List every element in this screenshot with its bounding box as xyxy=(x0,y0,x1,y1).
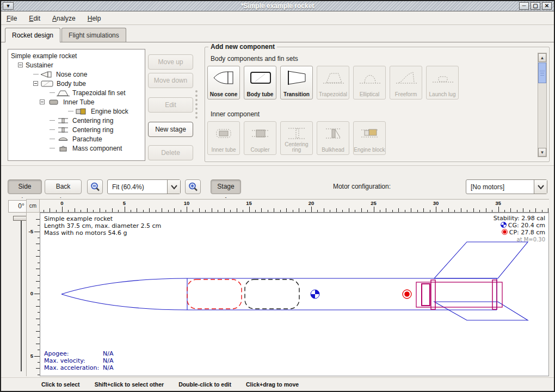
add-coupler-button[interactable]: Coupler xyxy=(244,121,276,155)
inner-tube-shape[interactable] xyxy=(416,282,502,307)
tree-row-body-tube[interactable]: Body tube xyxy=(8,79,145,88)
ruler-tick xyxy=(81,210,81,212)
menu-edit[interactable]: Edit xyxy=(29,15,40,22)
panel-divider[interactable] xyxy=(1,165,554,175)
nose-cone-icon xyxy=(40,71,53,78)
rocket-canvas[interactable]: Simple example rocket Length 37.5 cm, ma… xyxy=(40,213,549,376)
add-inner-tube-button[interactable]: Inner tube xyxy=(207,121,240,155)
ruler-tick xyxy=(355,210,355,212)
zoom-out-button[interactable] xyxy=(87,179,103,194)
side-view-button[interactable]: Side view xyxy=(8,179,42,194)
zoom-level-combobox[interactable]: Fit (60.4%) xyxy=(107,179,181,194)
ruler-tick xyxy=(523,208,523,212)
ruler-tick xyxy=(535,208,536,212)
add-body-tube-button[interactable]: Body tube xyxy=(244,66,276,99)
ruler-tick xyxy=(174,208,175,212)
add-nose-cone-button[interactable]: Nose cone xyxy=(207,66,240,99)
chevron-down-icon[interactable] xyxy=(167,180,180,194)
back-view-button[interactable]: Back view xyxy=(45,179,82,194)
ruler-tick xyxy=(305,210,306,212)
close-button[interactable]: ✕ xyxy=(542,2,552,10)
motor-configuration-label: Motor configuration: xyxy=(333,183,391,190)
title-bar[interactable]: ▼ *Simple example rocket ─ ▢ ✕ xyxy=(1,1,554,11)
motor-configuration-combobox[interactable]: [No motors] xyxy=(466,179,547,194)
tree-row-fin-set[interactable]: Trapezoidal fin set xyxy=(8,88,145,97)
ruler-tick xyxy=(118,210,119,212)
stage-1-toggle[interactable]: Stage 1 xyxy=(211,179,241,194)
edit-button[interactable]: Edit xyxy=(148,97,193,113)
ruler-tick xyxy=(106,210,106,212)
view-toolbar: Side view Back view Fit (60.4%) Stage 1 … xyxy=(1,175,554,198)
minimize-button[interactable]: ─ xyxy=(519,2,529,10)
ruler-label: -5 xyxy=(29,228,33,234)
new-stage-button[interactable]: New stage xyxy=(148,122,193,137)
collapse-expander-icon[interactable] xyxy=(33,81,38,86)
menu-file[interactable]: File xyxy=(7,15,17,22)
ruler-tick xyxy=(417,210,418,212)
tree-row-inner-tube[interactable]: Inner Tube xyxy=(8,97,145,107)
move-down-button[interactable]: Move down xyxy=(148,73,193,88)
scroll-down-icon[interactable]: ▼ xyxy=(538,148,546,157)
tree-row-engine-block[interactable]: Engine block xyxy=(8,107,145,116)
fin-upper[interactable] xyxy=(434,242,528,278)
tree-row-centering-ring-1[interactable]: Centering ring xyxy=(8,116,145,125)
ruler-tick xyxy=(100,208,100,212)
ruler-tick xyxy=(330,210,330,212)
menu-analyze[interactable]: Analyze xyxy=(52,15,76,22)
nose-cone-outline[interactable] xyxy=(61,278,187,310)
vertical-split-handle[interactable] xyxy=(195,90,198,119)
add-engine-block-button[interactable]: Engine block xyxy=(353,121,386,155)
ruler-tick xyxy=(336,208,337,212)
ruler-tick xyxy=(255,210,256,212)
centering-ring-2[interactable] xyxy=(492,280,497,309)
ruler-tick xyxy=(143,210,144,212)
add-transition-button[interactable]: Transition xyxy=(280,66,313,99)
ruler-tick xyxy=(137,208,137,212)
mass-component-outline[interactable] xyxy=(245,279,299,309)
ruler-tick xyxy=(280,210,281,212)
move-up-button[interactable]: Move up xyxy=(148,54,193,70)
scroll-up-icon[interactable]: ▲ xyxy=(538,53,546,62)
scrollbar-thumb[interactable] xyxy=(538,63,546,83)
add-bulkhead-button[interactable]: Bulkhead xyxy=(317,121,349,155)
tab-rocket-design[interactable]: Rocket design xyxy=(5,28,60,42)
engine-block-shape[interactable] xyxy=(422,284,430,306)
tree-row-nose-cone[interactable]: Nose cone xyxy=(8,70,145,79)
add-elliptical-fin-button[interactable]: Elliptical xyxy=(353,66,386,99)
add-launch-lug-button[interactable]: Launch lug xyxy=(426,66,459,99)
centering-ring-1[interactable] xyxy=(431,280,435,309)
menu-help[interactable]: Help xyxy=(88,15,101,22)
tree-row-parachute[interactable]: Parachute xyxy=(8,134,145,144)
cg-marker[interactable] xyxy=(311,290,319,298)
chevron-down-icon[interactable] xyxy=(534,180,547,194)
rocket-drawing[interactable] xyxy=(40,213,550,377)
component-panel-scrollbar[interactable]: ▲ ▼ xyxy=(538,53,547,157)
ruler-tick xyxy=(36,269,40,269)
body-tube-outline[interactable] xyxy=(187,278,497,310)
fin-lower[interactable] xyxy=(434,302,528,320)
ruler-tick xyxy=(361,208,362,212)
ruler-tick xyxy=(156,210,156,212)
tree-row-rocket[interactable]: Simple example rocket xyxy=(8,51,145,60)
cp-marker[interactable] xyxy=(403,290,411,298)
tree-row-sustainer[interactable]: Sustainer xyxy=(8,60,145,70)
maximize-button[interactable]: ▢ xyxy=(531,2,540,10)
add-centering-ring-button[interactable]: Centering ring xyxy=(280,121,313,155)
zoom-in-button[interactable] xyxy=(185,179,201,194)
tree-row-mass-component[interactable]: Mass component xyxy=(8,144,145,153)
add-freeform-fin-button[interactable]: Freeform xyxy=(390,66,422,99)
ruler-tick xyxy=(392,210,393,212)
delete-button[interactable]: Delete xyxy=(148,145,193,160)
component-tree[interactable]: Simple example rocket Sustainer Nose con… xyxy=(8,49,145,161)
ruler-tick xyxy=(405,210,405,212)
add-trapezoidal-fin-button[interactable]: Trapezoidal xyxy=(317,66,349,99)
slider-track[interactable] xyxy=(21,218,22,371)
ruler-tick xyxy=(461,208,461,212)
parachute-outline[interactable] xyxy=(187,279,242,309)
design-panel: Simple example rocket Sustainer Nose con… xyxy=(1,42,554,165)
tab-flight-simulations[interactable]: Flight simulations xyxy=(61,28,126,42)
tree-row-centering-ring-2[interactable]: Centering ring xyxy=(8,125,145,134)
ruler-tick xyxy=(131,210,131,212)
collapse-expander-icon[interactable] xyxy=(18,63,23,67)
collapse-expander-icon[interactable] xyxy=(40,99,45,104)
